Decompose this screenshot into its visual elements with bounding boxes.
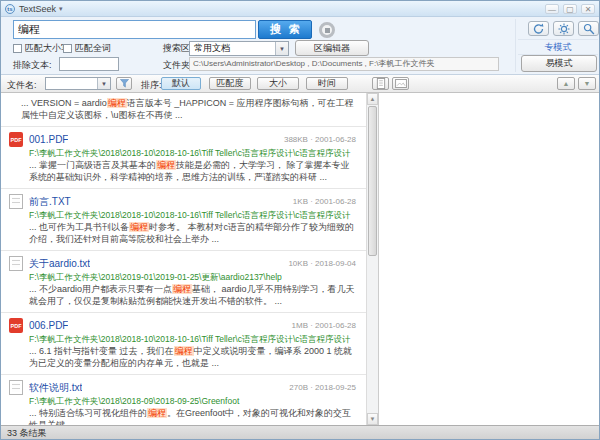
result-title[interactable]: 软件说明.txt: [29, 381, 82, 395]
snippet-text: ... 掌握一门高级语言及其基本的: [29, 160, 156, 170]
textseek-window: ts TextSeek ▾ — ▢ ✕ 搜索: [0, 0, 600, 440]
match-word-label[interactable]: 匹配全词: [75, 42, 111, 55]
sort-default-button[interactable]: 默认: [161, 77, 201, 90]
result-item-head: 前言.TXT1KB · 2001-06-28: [9, 194, 356, 209]
keyword-highlight: 编程: [172, 284, 192, 294]
minimize-button[interactable]: —: [545, 4, 559, 14]
result-count: 33 条结果: [7, 428, 47, 438]
snippet-text: ... 特别适合练习可视化组件的: [29, 408, 147, 418]
keyword-highlight: 编程: [129, 222, 149, 232]
sort-time-button[interactable]: 时间: [306, 77, 348, 90]
result-path: F:\李帆工作文件夹\2018\2018-10\2018-10-16\Tiff …: [29, 334, 356, 344]
sort-relevance-button[interactable]: 匹配度: [209, 77, 251, 90]
match-word-checkbox[interactable]: [63, 44, 72, 53]
stop-button[interactable]: [319, 22, 335, 38]
preview-pane: [378, 93, 600, 425]
result-item-head: 关于aardio.txt10KB · 2018-09-04: [9, 256, 356, 271]
txt-file-icon: [9, 256, 23, 271]
result-path: F:\李帆工作文件夹\2018\2019-01\2019-01-25\更新\aa…: [29, 272, 356, 282]
result-meta: 270B · 2018-09-25: [283, 383, 356, 392]
results-list: ... VERSION = aardio编程语言版本号 _HAPPICON = …: [1, 93, 366, 425]
scroll-up-icon[interactable]: ▲: [367, 93, 378, 105]
keyword-highlight: 编程: [174, 346, 194, 356]
result-snippet: ... 特别适合练习可视化组件的编程。在Greenfoot中，对象的可视化和对象…: [29, 408, 356, 425]
snippet-text: ... VERSION = aardio: [21, 98, 107, 108]
result-path: F:\李帆工作文件夹\2018\2018-09\2018-09-25\Green…: [29, 396, 356, 406]
pdf-file-icon: PDF: [9, 132, 23, 147]
filename-filter-select[interactable]: ▼: [45, 77, 111, 90]
result-item-head: PDF006.PDF1MB · 2001-06-28: [9, 318, 356, 333]
result-snippet: ... 6.1 指针与指针变量 过去，我们在编程中定义或说明变量，编译系 200…: [29, 346, 356, 369]
window-controls: — ▢ ✕: [545, 4, 595, 14]
snippet-text: ... 6.1 指针与指针变量 过去，我们在: [29, 346, 174, 356]
titlebar: ts TextSeek ▾ — ▢ ✕: [1, 1, 599, 17]
current-mode-label: 专模式: [518, 39, 598, 55]
advanced-search-button[interactable]: [578, 21, 599, 36]
result-item[interactable]: 前言.TXT1KB · 2001-06-28F:\李帆工作文件夹\2018\20…: [1, 189, 366, 251]
chevron-down-icon[interactable]: ▼: [97, 78, 110, 89]
search-button[interactable]: 搜索: [258, 20, 312, 39]
easy-mode-button[interactable]: 易模式: [521, 55, 597, 72]
filename-label: 文件名:: [7, 79, 37, 92]
keyword-highlight: 编程: [107, 98, 127, 108]
zone-editor-button[interactable]: 区编辑器: [295, 40, 369, 56]
result-title[interactable]: 006.PDF: [29, 320, 68, 331]
result-item[interactable]: 关于aardio.txt10KB · 2018-09-04F:\李帆工作文件夹\…: [1, 251, 366, 313]
result-snippet: ... 不少aardio用户都表示只要有一点编程基础， aardio几乎不用特别…: [29, 284, 356, 307]
result-item[interactable]: PDF001.PDF388KB · 2001-06-28F:\李帆工作文件夹\2…: [1, 127, 366, 189]
keyword-highlight: 编程: [147, 408, 167, 418]
pdf-file-icon: PDF: [9, 318, 23, 333]
chevron-down-icon[interactable]: ▼: [275, 42, 288, 55]
preview-layout-view-button[interactable]: [392, 77, 409, 90]
match-case-checkbox[interactable]: [13, 44, 22, 53]
result-meta: 1MB · 2001-06-28: [286, 321, 356, 330]
zone-select[interactable]: 常用文档 ▼: [189, 41, 289, 56]
next-match-button[interactable]: ▼: [578, 77, 596, 90]
results-toolbar: 文件名: ▼ 排序: 默认 匹配度 大小 时间 ▲ ▼: [1, 75, 599, 93]
app-menu-caret-icon[interactable]: ▾: [59, 5, 63, 13]
txt-file-icon: [9, 194, 23, 209]
result-title[interactable]: 前言.TXT: [29, 195, 71, 209]
zone-selected-value: 常用文档: [194, 42, 230, 55]
scroll-down-icon[interactable]: ▼: [367, 413, 378, 425]
result-snippet: ... VERSION = aardio编程语言版本号 _HAPPICON = …: [21, 98, 356, 121]
result-path: F:\李帆工作文件夹\2018\2018-10\2018-10-16\Tiff …: [29, 210, 356, 220]
result-path: F:\李帆工作文件夹\2018\2018-10\2018-10-16\Tiff …: [29, 148, 356, 158]
exclude-input[interactable]: [59, 57, 119, 71]
result-item[interactable]: 软件说明.txt270B · 2018-09-25F:\李帆工作文件夹\2018…: [1, 375, 366, 425]
result-item[interactable]: ... VERSION = aardio编程语言版本号 _HAPPICON = …: [1, 93, 366, 127]
sort-size-button[interactable]: 大小: [257, 77, 299, 90]
page-icon: [376, 78, 386, 89]
scrollbar-thumb[interactable]: [368, 106, 377, 256]
maximize-button[interactable]: ▢: [563, 4, 577, 14]
keyword-highlight: 编程: [156, 160, 176, 170]
snippet-text: ... 也可作为工具书刊以备: [29, 222, 129, 232]
reindex-button[interactable]: [528, 21, 549, 36]
snippet-text: ... 不少aardio用户都表示只要有一点: [29, 284, 172, 294]
result-title[interactable]: 关于aardio.txt: [29, 257, 90, 271]
results-scrollbar[interactable]: ▲ ▼: [366, 93, 378, 425]
image-icon: [395, 79, 407, 88]
result-meta: 1KB · 2001-06-28: [287, 197, 356, 206]
filter-button[interactable]: [116, 77, 132, 90]
settings-button[interactable]: [553, 21, 574, 36]
result-item[interactable]: PDF006.PDF1MB · 2001-06-28F:\李帆工作文件夹\201…: [1, 313, 366, 375]
result-item-head: 软件说明.txt270B · 2018-09-25: [9, 380, 356, 395]
result-item-head: PDF001.PDF388KB · 2001-06-28: [9, 132, 356, 147]
folder-path-field[interactable]: C:\Users\Administrator\Desktop , D:\Docu…: [189, 57, 499, 71]
funnel-icon: [120, 79, 129, 88]
statusbar: 33 条结果: [1, 425, 599, 440]
panel-divider: [515, 19, 516, 72]
previous-match-button[interactable]: ▲: [557, 77, 575, 90]
preview-text-view-button[interactable]: [372, 77, 389, 90]
app-logo-icon: ts: [5, 4, 15, 14]
sort-label: 排序:: [141, 79, 162, 92]
stop-icon: [325, 28, 330, 33]
search-panel: 搜索 匹配大小写 匹配全词: [1, 17, 599, 75]
search-input[interactable]: [13, 20, 256, 39]
close-button[interactable]: ✕: [581, 4, 595, 14]
result-title[interactable]: 001.PDF: [29, 134, 68, 145]
app-title: TextSeek: [19, 4, 56, 14]
result-snippet: ... 也可作为工具书刊以备编程时参考。 本教材对c语言的精华部分作了较为细致的…: [29, 222, 356, 245]
magnifier-icon: [583, 23, 595, 35]
